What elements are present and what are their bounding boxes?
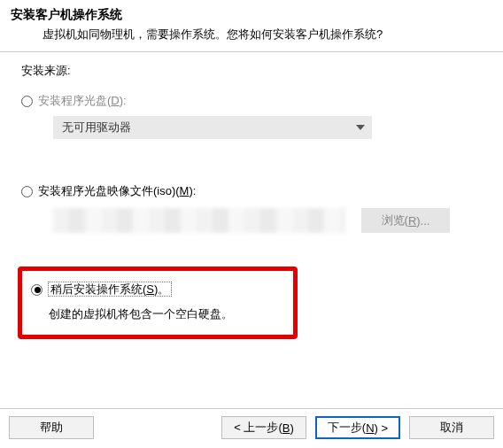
iso-path-input[interactable] [53,208,345,233]
radio-row-later[interactable]: 稍后安装操作系统(S)。 [31,282,281,297]
browse-button[interactable]: 浏览(R)... [361,208,450,233]
highlight-annotation: 稍后安装操作系统(S)。 创建的虚拟机将包含一个空白硬盘。 [18,266,298,339]
page-subtitle: 虚拟机如同物理机，需要操作系统。您将如何安装客户机操作系统? [11,27,492,42]
help-button[interactable]: 帮助 [9,416,94,439]
combo-value: 无可用驱动器 [62,120,131,135]
radio-row-disc[interactable]: 安装程序光盘(D): [21,93,482,109]
wizard-footer: 帮助 < 上一步(B) 下一步(N) > 取消 [0,408,503,448]
chevron-down-icon [356,125,365,130]
content-area: 安装来源: 安装程序光盘(D): 无可用驱动器 安装程序光盘映像文件(iso)(… [0,52,503,346]
cancel-button[interactable]: 取消 [409,416,494,439]
wizard-header: 安装客户机操作系统 虚拟机如同物理机，需要操作系统。您将如何安装客户机操作系统? [0,0,503,48]
disc-drive-combo[interactable]: 无可用驱动器 [53,116,372,139]
back-button[interactable]: < 上一步(B) [221,416,306,439]
radio-later-sub: 创建的虚拟机将包含一个空白硬盘。 [31,306,281,322]
next-button[interactable]: 下一步(N) > [315,416,400,439]
radio-later[interactable] [31,284,43,296]
radio-disc-label: 安装程序光盘(D): [38,93,127,109]
radio-disc[interactable] [21,96,33,107]
install-source-label: 安装来源: [21,63,482,79]
radio-later-label: 稍后安装操作系统(S)。 [48,282,172,297]
radio-iso[interactable] [21,186,33,197]
radio-iso-label: 安装程序光盘映像文件(iso)(M): [38,183,196,199]
page-title: 安装客户机操作系统 [11,7,492,23]
radio-row-iso[interactable]: 安装程序光盘映像文件(iso)(M): [21,183,482,199]
